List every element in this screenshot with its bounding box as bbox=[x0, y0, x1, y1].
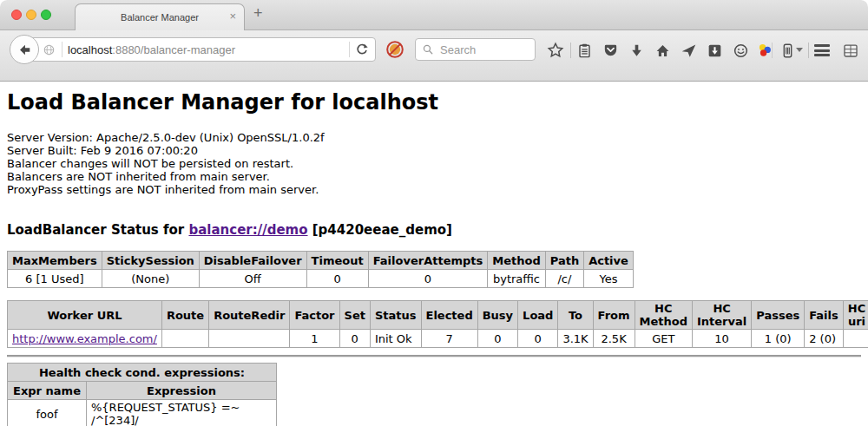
minimize-window-button[interactable] bbox=[26, 10, 36, 20]
cell-active: Yes bbox=[584, 270, 634, 288]
table-row: foof %{REQUEST_STATUS} =~ /^[234]/ bbox=[8, 400, 277, 426]
plugin-blocked-icon[interactable] bbox=[383, 37, 407, 62]
cell-passes: 1 (0) bbox=[752, 330, 805, 348]
home-icon[interactable] bbox=[654, 42, 671, 59]
bookmark-star-icon[interactable] bbox=[547, 42, 564, 59]
cell-from: 2.5K bbox=[593, 330, 635, 348]
col-path: Path bbox=[545, 252, 583, 270]
cell-set: 0 bbox=[339, 330, 370, 348]
separator-rule bbox=[7, 355, 861, 357]
pocket-icon[interactable] bbox=[602, 42, 619, 59]
col-routeredir: RouteRedir bbox=[209, 301, 290, 330]
col-set: Set bbox=[339, 301, 370, 330]
col-status: Status bbox=[370, 301, 421, 330]
worker-status-table: Worker URL Route RouteRedir Factor Set S… bbox=[7, 300, 868, 348]
close-icon[interactable]: × bbox=[229, 10, 236, 23]
search-icon bbox=[422, 43, 434, 56]
tab-title: Balancer Manager bbox=[121, 12, 199, 23]
cell-status: Init Ok bbox=[370, 330, 421, 348]
col-passes: Passes bbox=[752, 301, 805, 330]
cell-hc-interval: 10 bbox=[692, 330, 751, 348]
zoom-window-button[interactable] bbox=[41, 10, 51, 20]
col-load: Load bbox=[518, 301, 558, 330]
feedback-smiley-icon[interactable] bbox=[732, 42, 749, 59]
cell-load: 0 bbox=[518, 330, 558, 348]
cell-method: bytraffic bbox=[488, 270, 545, 288]
col-route: Route bbox=[161, 301, 208, 330]
cell-expression: %{REQUEST_STATUS} =~ /^[234]/ bbox=[87, 400, 277, 426]
site-identity-globe-icon[interactable] bbox=[43, 43, 56, 56]
cell-to: 3.1K bbox=[558, 330, 593, 348]
save-to-device-icon[interactable] bbox=[706, 42, 723, 59]
toolbar-separator bbox=[570, 43, 571, 58]
col-method: Method bbox=[488, 252, 545, 270]
url-text[interactable]: localhost:8880/balancer-manager bbox=[68, 43, 235, 56]
col-busy: Busy bbox=[477, 301, 517, 330]
col-hc-uri: HC uri bbox=[843, 301, 868, 330]
back-button[interactable] bbox=[10, 35, 39, 64]
col-active: Active bbox=[584, 252, 634, 270]
col-fails: Fails bbox=[805, 301, 844, 330]
col-factor: Factor bbox=[290, 301, 339, 330]
title-bar: Balancer Manager × + bbox=[0, 0, 868, 30]
table-header-row: Expr name Expression bbox=[8, 382, 277, 400]
url-bar[interactable]: localhost:8880/balancer-manager bbox=[23, 37, 376, 62]
cell-busy: 0 bbox=[477, 330, 517, 348]
search-input[interactable] bbox=[438, 43, 529, 57]
health-check-expressions-table: Health check cond. expressions: Expr nam… bbox=[7, 363, 277, 426]
cell-disablefailover: Off bbox=[199, 270, 306, 288]
close-window-button[interactable] bbox=[11, 10, 22, 20]
page-content: Load Balancer Manager for localhost Serv… bbox=[0, 90, 868, 426]
balancer-demo-link[interactable]: balancer://demo bbox=[188, 222, 307, 238]
col-from: From bbox=[593, 301, 635, 330]
status-heading-suffix: [p4420eeae_demo] bbox=[308, 222, 452, 238]
col-failoverattempts: FailoverAttempts bbox=[368, 252, 488, 270]
cell-factor: 1 bbox=[290, 330, 339, 348]
navigation-toolbar: localhost:8880/balancer-manager bbox=[0, 30, 868, 82]
reload-icon[interactable] bbox=[355, 43, 369, 56]
url-separator bbox=[349, 42, 350, 57]
back-icon bbox=[17, 43, 32, 57]
downloads-icon[interactable] bbox=[628, 42, 645, 59]
col-elected: Elected bbox=[421, 301, 477, 330]
url-separator bbox=[62, 42, 62, 57]
new-tab-button[interactable]: + bbox=[253, 4, 263, 23]
table-header-row: MaxMembers StickySession DisableFailover… bbox=[8, 252, 634, 270]
cell-path: /c/ bbox=[545, 270, 583, 288]
server-version-line: Server Version: Apache/2.5.0-dev (Unix) … bbox=[7, 131, 861, 144]
tab-overview-icon[interactable] bbox=[842, 42, 859, 59]
inherit-notice-line: Balancers are NOT inherited from main se… bbox=[7, 170, 861, 183]
toolbar-separator bbox=[808, 43, 809, 58]
col-expression: Expression bbox=[87, 382, 277, 400]
col-to: To bbox=[558, 301, 593, 330]
cell-stickysession: (None) bbox=[102, 270, 199, 288]
url-domain: localhost bbox=[68, 43, 112, 56]
health-table-title: Health check cond. expressions: bbox=[8, 364, 277, 382]
browser-window: Balancer Manager × + localhost:8880/bala… bbox=[0, 0, 868, 426]
table-row: 6 [1 Used] (None) Off 0 0 bytraffic /c/ … bbox=[8, 270, 634, 288]
cell-routeredir bbox=[209, 330, 290, 348]
chevron-down-icon[interactable] bbox=[796, 48, 803, 52]
table-title-row: Health check cond. expressions: bbox=[8, 364, 277, 382]
cell-fails: 2 (0) bbox=[805, 330, 844, 348]
balancer-settings-table: MaxMembers StickySession DisableFailover… bbox=[7, 251, 634, 288]
container-extension-icon[interactable] bbox=[779, 42, 796, 59]
cell-maxmembers: 6 [1 Used] bbox=[8, 270, 102, 288]
worker-url-link[interactable]: http://www.example.com/ bbox=[12, 332, 157, 345]
proxypass-notice-line: ProxyPass settings are NOT inherited fro… bbox=[7, 183, 861, 196]
server-built-line: Server Built: Feb 9 2016 07:00:20 bbox=[7, 144, 861, 157]
col-disablefailover: DisableFailover bbox=[199, 252, 306, 270]
col-hc-method: HC Method bbox=[635, 301, 692, 330]
cell-route bbox=[161, 330, 208, 348]
send-tab-icon[interactable] bbox=[680, 42, 697, 59]
reading-list-icon[interactable] bbox=[575, 42, 593, 59]
server-info: Server Version: Apache/2.5.0-dev (Unix) … bbox=[7, 131, 861, 196]
menu-icon[interactable] bbox=[814, 44, 830, 56]
tab-balancer-manager[interactable]: Balancer Manager × bbox=[75, 3, 245, 30]
persist-notice-line: Balancer changes will NOT be persisted o… bbox=[7, 157, 861, 170]
table-row: http://www.example.com/ 1 0 Init Ok 7 0 … bbox=[8, 330, 868, 348]
search-bar[interactable] bbox=[415, 38, 536, 61]
cell-elected: 7 bbox=[421, 330, 477, 348]
toolbar-separator bbox=[772, 43, 773, 58]
colors-extension-icon[interactable] bbox=[756, 42, 773, 59]
